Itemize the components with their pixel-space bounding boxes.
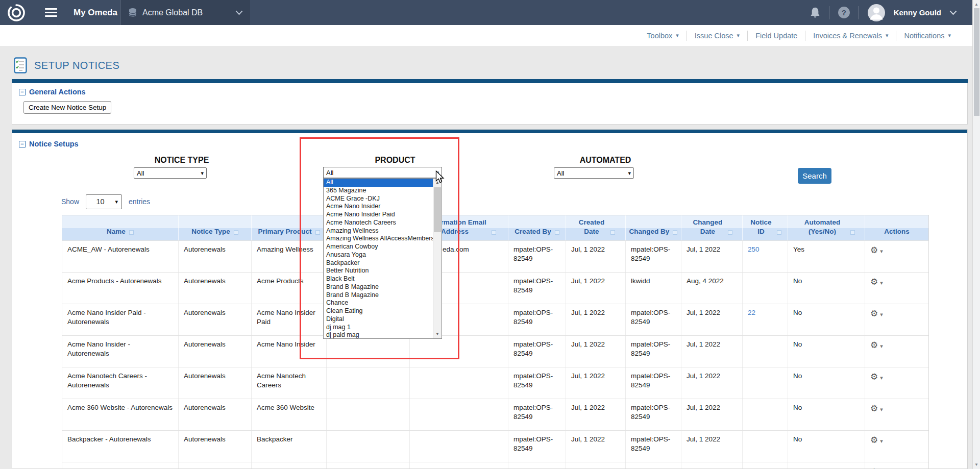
cell-changed_date: Jul, 1 2022 xyxy=(681,241,743,272)
select-chevron-icon: ▾ xyxy=(115,199,118,205)
product-option[interactable]: 365 Magazine xyxy=(324,187,442,195)
cell-automated: No xyxy=(788,431,865,462)
row-actions-caret-icon[interactable]: ▾ xyxy=(880,343,883,349)
product-option[interactable]: ACME Grace -DKJ xyxy=(324,195,442,203)
column-header[interactable]: Notice Type xyxy=(179,215,252,240)
collapse-icon[interactable]: − xyxy=(19,89,26,95)
product-option[interactable]: Anusara Yoga xyxy=(324,251,442,259)
product-option[interactable]: Amazing Wellness xyxy=(324,227,442,235)
sort-icon[interactable] xyxy=(555,230,559,235)
scrollbar-thumb[interactable] xyxy=(974,8,979,116)
entries-count-select[interactable]: 10 ▾ xyxy=(86,194,122,209)
column-header: Actions xyxy=(865,215,928,240)
omeda-logo-icon[interactable] xyxy=(7,4,26,22)
row-actions-gear-icon[interactable]: ⚙ xyxy=(870,245,878,255)
product-option[interactable]: Acme Nanotech Careers xyxy=(324,219,442,227)
toolbar-item-toolbox[interactable]: Toolbox▾ xyxy=(639,32,687,40)
product-option[interactable]: All xyxy=(324,179,442,187)
cell-created_date: Jul, 1 2022 xyxy=(566,367,626,399)
product-option[interactable]: Clean Eating xyxy=(324,307,442,315)
column-header[interactable]: Created By xyxy=(508,215,566,240)
secondary-toolbar: Toolbox▾ Issue Close▾ Field Update Invoi… xyxy=(0,25,972,46)
scroll-down-icon[interactable]: ▼ xyxy=(973,461,980,468)
user-name[interactable]: Kenny Gould xyxy=(894,8,941,17)
row-actions-gear-icon[interactable]: ⚙ xyxy=(870,340,878,350)
row-actions-caret-icon[interactable]: ▾ xyxy=(880,248,883,254)
sort-icon[interactable] xyxy=(129,230,134,235)
toolbar-item-issue-close[interactable]: Issue Close▾ xyxy=(687,32,747,40)
page-scrollbar[interactable]: ▲ ▼ xyxy=(972,0,980,469)
row-actions-caret-icon[interactable]: ▾ xyxy=(880,280,883,286)
cell-confirmation_email xyxy=(410,367,508,399)
row-actions-caret-icon[interactable]: ▾ xyxy=(880,438,883,444)
product-option[interactable]: American Cowboy xyxy=(324,243,442,251)
product-option[interactable]: Black Belt xyxy=(324,275,442,283)
create-notice-setup-button[interactable]: Create New Notice Setup xyxy=(23,101,111,114)
row-actions-gear-icon[interactable]: ⚙ xyxy=(870,404,878,413)
product-option[interactable]: dj paid mag xyxy=(324,331,442,339)
product-option[interactable]: Digital xyxy=(324,315,442,324)
notice-id-link[interactable]: 250 xyxy=(748,245,760,253)
sort-icon[interactable] xyxy=(315,230,320,235)
row-actions-caret-icon[interactable]: ▾ xyxy=(880,375,883,381)
row-actions-caret-icon[interactable]: ▾ xyxy=(880,311,883,317)
sort-icon[interactable] xyxy=(610,230,615,235)
row-actions-caret-icon[interactable]: ▾ xyxy=(880,406,883,412)
column-header[interactable]: Created Date xyxy=(566,215,626,240)
scroll-down-icon[interactable]: ▼ xyxy=(433,330,442,338)
product-option[interactable]: Brand B Magazine xyxy=(324,283,442,291)
product-option[interactable]: Acme Nano Insider xyxy=(324,203,442,211)
avatar[interactable] xyxy=(867,4,886,22)
row-actions-gear-icon[interactable]: ⚙ xyxy=(870,277,878,287)
sort-icon[interactable] xyxy=(673,230,677,235)
cell-actions: ⚙▾ xyxy=(865,273,928,304)
toolbar-item-field-update[interactable]: Field Update xyxy=(748,32,805,40)
product-option[interactable]: Better Nutrition xyxy=(324,267,442,275)
cell-changed_date: Jul, 1 2022 xyxy=(681,431,743,462)
notice-id-link[interactable]: 22 xyxy=(748,309,755,316)
row-actions-gear-icon[interactable]: ⚙ xyxy=(870,309,878,318)
cell-primary_product: dj-pal magazine product 1 xyxy=(252,462,327,469)
sort-icon[interactable] xyxy=(492,230,496,235)
row-actions-gear-icon[interactable]: ⚙ xyxy=(870,467,878,469)
sort-icon[interactable] xyxy=(728,230,732,235)
product-option[interactable]: Amazing Wellness AllAccessMembership xyxy=(324,235,442,243)
automated-select[interactable]: All ▾ xyxy=(554,167,634,179)
product-select[interactable]: All ▾ xyxy=(323,167,442,178)
cell-created_by: mpatel:OPS-82549 xyxy=(508,431,566,462)
column-header[interactable]: Changed Date xyxy=(681,215,743,240)
scrollbar-thumb[interactable] xyxy=(434,187,441,232)
product-option[interactable]: dj mag 1 xyxy=(324,324,442,332)
database-selector[interactable]: Acme Global DB xyxy=(120,0,250,25)
column-header[interactable]: Changed By xyxy=(626,215,681,240)
scroll-up-icon[interactable]: ▲ xyxy=(433,179,442,187)
sort-icon[interactable] xyxy=(777,230,781,235)
sort-icon[interactable] xyxy=(850,230,855,235)
caret-down-icon: ▾ xyxy=(948,32,951,39)
row-actions-gear-icon[interactable]: ⚙ xyxy=(870,372,878,382)
notifications-bell-icon[interactable] xyxy=(810,7,821,19)
toolbar-item-notifications[interactable]: Notifications▾ xyxy=(896,32,959,40)
product-option[interactable]: Chance xyxy=(324,299,442,307)
product-option[interactable]: Brand B Magazine xyxy=(324,291,442,300)
search-button[interactable]: Search xyxy=(798,168,831,184)
help-icon[interactable]: ? xyxy=(838,6,850,19)
column-header[interactable]: Notice ID xyxy=(743,215,788,240)
notice-type-select[interactable]: All ▾ xyxy=(134,167,207,179)
row-actions-gear-icon[interactable]: ⚙ xyxy=(870,435,878,445)
sort-icon[interactable] xyxy=(234,230,238,235)
column-header[interactable]: Name xyxy=(62,215,179,240)
collapse-icon[interactable]: − xyxy=(19,141,26,147)
table-row: Backpacker - AutorenewalsAutorenewalsBac… xyxy=(62,430,928,462)
column-header[interactable]: Primary Product xyxy=(252,215,327,240)
product-option[interactable]: Backpacker xyxy=(324,259,442,267)
cell-name: Acme 360 Website - Autorenewals xyxy=(62,399,179,430)
scroll-up-icon[interactable]: ▲ xyxy=(973,1,980,8)
dropdown-scrollbar[interactable]: ▲ ▼ xyxy=(433,179,442,338)
brand-title[interactable]: My Omeda xyxy=(74,8,117,18)
toolbar-item-invoices-renewals[interactable]: Invoices & Renewals▾ xyxy=(805,32,896,40)
product-option[interactable]: Acme Nano Insider Paid xyxy=(324,211,442,219)
menu-icon[interactable] xyxy=(45,8,57,17)
user-menu-chevron-icon[interactable] xyxy=(949,10,957,15)
column-header[interactable]: Automated (Yes/No) xyxy=(788,215,865,240)
